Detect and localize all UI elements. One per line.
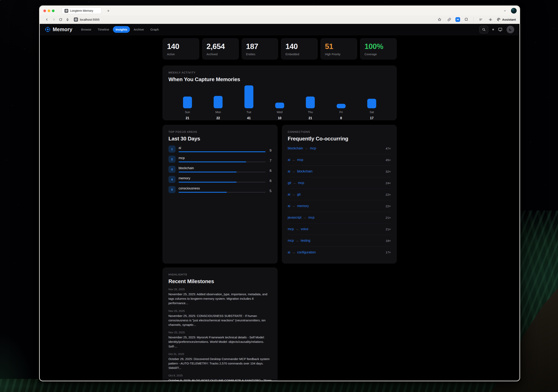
- search-button[interactable]: [479, 26, 488, 33]
- browser-tab-bar: Longterm Memory: [40, 6, 520, 15]
- connection-tag[interactable]: git: [288, 181, 291, 185]
- nav-item-timeline[interactable]: Timeline: [95, 26, 112, 33]
- connection-tag[interactable]: ai: [288, 193, 290, 196]
- milestone-item: Nov 25, 2025 November 25, 2025: MyronAI …: [168, 331, 272, 349]
- focus-label: memory: [179, 176, 266, 180]
- bar-fri: [337, 104, 346, 108]
- day-value: 10: [278, 116, 281, 120]
- connection-tag[interactable]: ai: [288, 158, 290, 162]
- bookmark-star-icon[interactable]: [436, 17, 443, 23]
- stat-value: 2,654: [207, 42, 234, 51]
- connection-tag[interactable]: ai: [288, 170, 290, 173]
- connection-tag[interactable]: mcp: [308, 216, 314, 219]
- save-extension-button[interactable]: [455, 17, 460, 22]
- connection-count: 18×: [386, 239, 391, 242]
- nav-item-graph[interactable]: Graph: [148, 26, 162, 33]
- highlights-panel: HIGHLIGHTS Recent Milestones Nov 25, 202…: [163, 267, 278, 381]
- connections-list: blockchain ↔ mcp 47× ai ↔ mcp: [288, 143, 391, 258]
- toolbar-divider: [473, 17, 474, 22]
- app-title: Memory: [53, 26, 72, 32]
- connection-count: 47×: [386, 147, 391, 150]
- stat-label: Embedded: [285, 53, 313, 56]
- dark-mode-toggle[interactable]: [506, 26, 514, 33]
- voice-waveform-icon[interactable]: [487, 17, 494, 23]
- connection-tag[interactable]: mcp: [310, 147, 316, 150]
- bidirectional-arrow-icon: ↔: [292, 170, 295, 173]
- chart-column: Tue 41: [234, 85, 264, 120]
- connection-tag[interactable]: blockchain: [297, 170, 313, 173]
- chart-column: Mon 22: [203, 85, 234, 120]
- close-window-button[interactable]: [43, 9, 46, 12]
- stat-label: Entities: [246, 53, 274, 56]
- milestone-date: Nov 25, 2025: [168, 288, 272, 291]
- focus-count: 7: [268, 159, 272, 163]
- nav-item-browse[interactable]: Browse: [78, 26, 94, 33]
- zoom-window-button[interactable]: [52, 9, 54, 12]
- window-controls: [43, 9, 54, 12]
- focus-label: blockchain: [179, 166, 266, 170]
- connection-tag[interactable]: mcp: [298, 181, 304, 185]
- stat-label: Coverage: [365, 53, 392, 56]
- connection-tag[interactable]: javascript: [288, 216, 302, 219]
- assistant-button[interactable]: Assistant: [497, 18, 516, 21]
- extension-puzzle-icon[interactable]: [463, 17, 470, 23]
- connection-tag[interactable]: mcp: [297, 158, 303, 162]
- focus-label: consciousness: [179, 187, 266, 190]
- connection-tag[interactable]: mcp: [288, 227, 294, 231]
- bar-sun: [183, 97, 192, 108]
- browser-tab[interactable]: Longterm Memory: [62, 8, 102, 14]
- app-brand[interactable]: Memory: [45, 26, 72, 32]
- day-label: Sat: [370, 110, 374, 114]
- chevron-down-icon[interactable]: [503, 9, 506, 12]
- day-label: Thu: [308, 110, 313, 114]
- stat-card-archived: 2,654 Archived: [202, 38, 239, 59]
- bidirectional-arrow-icon: ↔: [305, 147, 308, 150]
- connection-tag[interactable]: memory: [297, 204, 309, 208]
- connection-tag[interactable]: configuration: [297, 250, 316, 254]
- connection-tag[interactable]: blockchain: [288, 147, 303, 150]
- new-tab-button[interactable]: [107, 9, 110, 12]
- browser-toolbar: localhost:5555: [40, 15, 520, 24]
- back-button[interactable]: [43, 17, 50, 23]
- reader-lines-icon[interactable]: [477, 17, 484, 23]
- minimize-window-button[interactable]: [48, 9, 50, 12]
- reload-button[interactable]: [57, 17, 64, 23]
- tab-title: Longterm Memory: [70, 9, 93, 12]
- nav-item-insights[interactable]: Insights: [113, 26, 130, 33]
- assistant-label: Assistant: [502, 18, 516, 21]
- nav-item-archive[interactable]: Archive: [131, 26, 147, 33]
- share-link-icon[interactable]: [446, 17, 453, 23]
- focus-row: 1 ai 9: [168, 145, 272, 153]
- progress-fill: [179, 161, 246, 162]
- connection-tag[interactable]: git: [297, 193, 301, 196]
- section-label: WEEKLY ACTIVITY: [168, 71, 391, 74]
- microphone-icon[interactable]: [64, 17, 71, 23]
- milestone-text: October 29, 2025: Discovered Desktop Com…: [168, 357, 272, 370]
- connection-row: blockchain ↔ mcp 47×: [288, 143, 391, 154]
- section-label: HIGHLIGHTS: [168, 273, 272, 276]
- connection-tag[interactable]: ai: [288, 250, 290, 254]
- connection-row: ai ↔ git 22×: [288, 189, 391, 200]
- connection-tag[interactable]: voice: [301, 227, 308, 231]
- focus-row: 5 consciousness 5: [168, 186, 272, 193]
- focus-row: 4 memory 6: [168, 176, 272, 183]
- connection-tag[interactable]: mcp: [288, 239, 294, 242]
- profile-avatar[interactable]: [511, 8, 517, 14]
- forward-button[interactable]: [50, 17, 57, 23]
- focus-count: 6: [268, 179, 272, 183]
- connection-tag[interactable]: testing: [301, 239, 310, 242]
- progress-fill: [179, 182, 236, 183]
- connection-row: ai ↔ blockchain 32×: [288, 166, 391, 177]
- connection-tag[interactable]: ai: [288, 204, 290, 208]
- scroll-area[interactable]: 140 Active 2,654 Archived 187 Entities 1…: [40, 35, 520, 381]
- display-icon[interactable]: [498, 27, 502, 32]
- day-label: Mon: [216, 110, 221, 114]
- address-bar[interactable]: localhost:5555: [74, 17, 99, 22]
- day-label: Sun: [185, 110, 190, 114]
- connection-count: 17×: [386, 250, 391, 254]
- milestone-text: November 25, 2025: Added observation_typ…: [168, 292, 272, 306]
- milestone-item: Oct 9, 2025 October 8, 2025: BLOG POST O…: [168, 374, 272, 381]
- focus-chart-title: Last 30 Days: [168, 136, 272, 142]
- moon-icon: [509, 28, 512, 31]
- stat-value: 187: [246, 42, 274, 51]
